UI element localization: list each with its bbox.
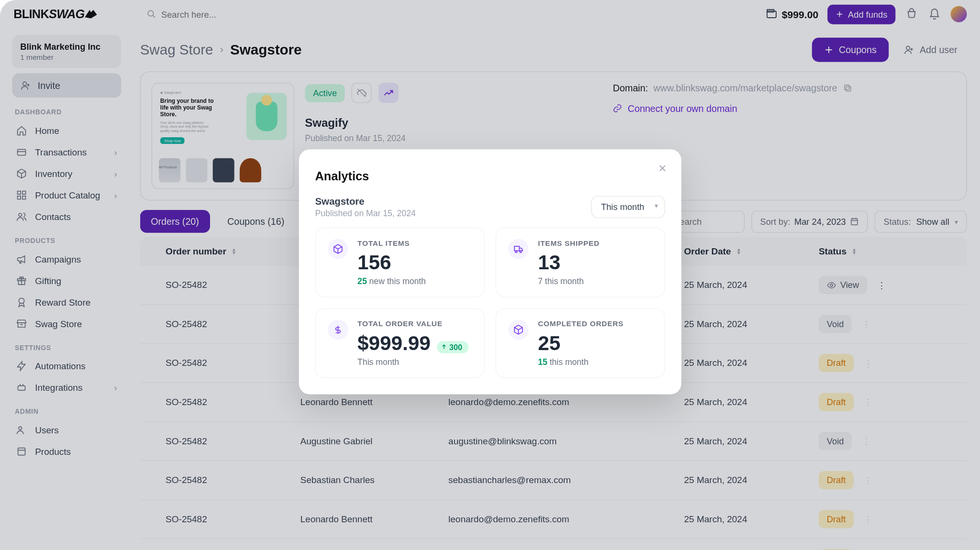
modal-title: Analytics — [315, 170, 665, 184]
dollar-icon — [333, 324, 344, 335]
period-select[interactable]: This month — [591, 196, 665, 218]
stat-order-value: TOTAL ORDER VALUE $999.99 300 This month — [315, 308, 485, 378]
stat-completed-orders: COMPLETED ORDERS 25 15 this month — [496, 308, 666, 378]
arrow-up-icon — [441, 344, 447, 350]
svg-point-24 — [520, 251, 522, 253]
delta-badge: 300 — [437, 341, 468, 353]
cube-icon — [513, 324, 524, 335]
truck-icon — [513, 243, 524, 254]
cube-icon — [333, 243, 344, 254]
stat-total-items: TOTAL ITEMS 156 25 new this month — [315, 228, 485, 297]
modal-store-name: Swagstore — [315, 196, 415, 207]
close-icon — [657, 163, 668, 174]
close-button[interactable] — [657, 163, 668, 174]
svg-point-23 — [515, 251, 517, 253]
modal-published: Published on Mar 15, 2024 — [315, 209, 415, 218]
analytics-modal: Analytics Swagstore Published on Mar 15,… — [299, 149, 681, 394]
stat-items-shipped: ITEMS SHIPPED 13 7 this month — [496, 228, 666, 297]
